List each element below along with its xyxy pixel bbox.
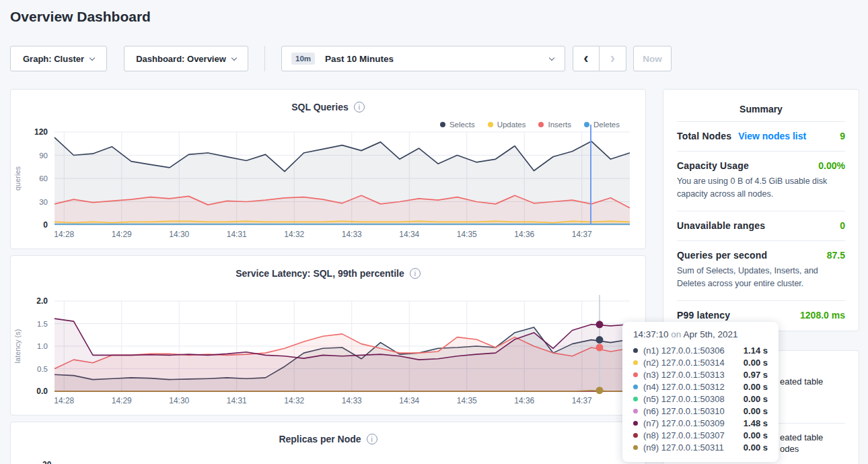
qps-label: Queries per second — [677, 250, 767, 261]
tooltip-node-row: (n6) 127.0.0.1:503100.00 s — [633, 405, 768, 417]
unavailable-ranges-value: 0 — [840, 220, 845, 231]
event-item-fragment[interactable]: eated table — [780, 432, 823, 442]
chevron-down-icon — [549, 55, 554, 60]
service-latency-plot[interactable]: 0.00.51.01.52.014:2814:2914:3014:3114:32… — [11, 256, 647, 416]
dashboard-dropdown-label: Dashboard: Overview — [136, 54, 226, 64]
svg-text:0.0: 0.0 — [36, 387, 48, 396]
tooltip-date: Apr 5th, 2021 — [683, 329, 737, 339]
now-button[interactable]: Now — [633, 46, 672, 71]
svg-text:14:35: 14:35 — [457, 230, 477, 239]
node-address: (n8) 127.0.0.1:50307 — [643, 430, 725, 440]
tooltip-timestamp: 14:37:10 on Apr 5th, 2021 — [633, 329, 768, 339]
svg-text:queries: queries — [13, 166, 22, 191]
node-latency-value: 0.00 s — [744, 430, 768, 440]
qps-desc: Sum of Selects, Updates, Inserts, and De… — [677, 265, 845, 291]
sql-queries-chart-card: SQL Queries i SelectsUpdatesInsertsDelet… — [10, 89, 646, 249]
time-range-badge: 10m — [291, 53, 315, 65]
capacity-usage-label: Capacity Usage — [677, 160, 749, 171]
time-range-label: Past 10 Minutes — [325, 54, 394, 64]
event-item-fragment[interactable]: odes — [780, 444, 799, 454]
node-latency-value: 0.00 s — [744, 442, 768, 453]
node-latency-value: 1.14 s — [744, 345, 768, 356]
graph-dropdown[interactable]: Graph: Cluster — [10, 46, 107, 71]
summary-title: Summary — [677, 90, 845, 121]
node-color-dot-icon — [633, 372, 638, 377]
svg-text:14:28: 14:28 — [54, 396, 74, 405]
svg-text:14:32: 14:32 — [284, 396, 304, 405]
svg-text:14:34: 14:34 — [399, 230, 419, 239]
node-address: (n5) 127.0.0.1:50308 — [643, 394, 725, 404]
tooltip-node-row: (n1) 127.0.0.1:503061.14 s — [633, 344, 768, 356]
node-latency-value: 0.00 s — [744, 358, 768, 368]
svg-text:14:37: 14:37 — [572, 396, 592, 405]
node-latency-value: 0.00 s — [744, 406, 768, 416]
time-prev-button[interactable]: ‹ — [573, 46, 600, 71]
node-color-dot-icon — [633, 348, 638, 353]
node-color-dot-icon — [633, 421, 638, 426]
chevron-down-icon — [89, 55, 95, 60]
node-color-dot-icon — [633, 445, 638, 450]
tooltip-node-row: (n2) 127.0.0.1:503140.00 s — [633, 356, 768, 368]
node-latency-value: 0.00 s — [744, 382, 768, 392]
time-range-selector[interactable]: 10m Past 10 Minutes — [281, 46, 565, 71]
tooltip-node-row: (n5) 127.0.0.1:503080.00 s — [633, 393, 768, 405]
node-address: (n3) 127.0.0.1:50313 — [643, 370, 725, 380]
latency-hover-tooltip: 14:37:10 on Apr 5th, 2021 (n1) 127.0.0.1… — [622, 322, 779, 462]
node-color-dot-icon — [633, 397, 638, 401]
node-color-dot-icon — [633, 385, 638, 389]
event-item-fragment[interactable]: eated table — [780, 376, 823, 387]
total-nodes-value: 9 — [840, 131, 845, 141]
svg-text:14:28: 14:28 — [54, 230, 74, 239]
graph-dropdown-label: Graph: Cluster — [23, 54, 84, 64]
tooltip-on: on — [671, 329, 681, 339]
svg-text:14:34: 14:34 — [399, 396, 419, 405]
node-address: (n4) 127.0.0.1:50312 — [643, 382, 725, 392]
svg-text:14:33: 14:33 — [342, 396, 362, 405]
svg-text:14:29: 14:29 — [112, 230, 132, 239]
svg-text:14:31: 14:31 — [227, 396, 247, 405]
replicas-ytick-partial: 30 — [42, 460, 51, 464]
toolbar-divider — [264, 46, 265, 71]
p99-latency-label: P99 latency — [677, 310, 730, 321]
unavailable-ranges-label: Unavailable ranges — [677, 220, 765, 231]
summary-row-total-nodes: Total Nodes View nodes list 9 — [677, 121, 845, 151]
tooltip-node-row: (n9) 127.0.0.1:503110.00 s — [633, 441, 768, 453]
tooltip-time: 14:37:10 — [633, 329, 669, 339]
capacity-usage-value: 0.00% — [818, 160, 845, 171]
svg-text:2.0: 2.0 — [36, 296, 48, 306]
tooltip-node-row: (n7) 127.0.0.1:503091.48 s — [633, 417, 768, 429]
replicas-chart-title: Replicas per Node — [279, 434, 361, 444]
replicas-chart-card: Replicas per Node i 30 — [10, 422, 646, 464]
summary-row-capacity: Capacity Usage 0.00% You are using 0 B o… — [677, 151, 845, 211]
view-nodes-list-link[interactable]: View nodes list — [738, 131, 806, 141]
overview-dashboard-page: Overview Dashboard Graph: Cluster Dashbo… — [0, 0, 868, 464]
info-icon[interactable]: i — [367, 434, 377, 444]
svg-text:14:31: 14:31 — [227, 230, 247, 239]
time-nav-group: ‹ › — [573, 46, 626, 71]
svg-text:14:29: 14:29 — [112, 396, 132, 405]
summary-row-qps: Queries per second 87.5 Sum of Selects, … — [677, 240, 845, 300]
sql-queries-plot[interactable]: 030609012014:2814:2914:3014:3114:3214:33… — [11, 90, 647, 250]
node-address: (n6) 127.0.0.1:50310 — [643, 406, 725, 416]
node-latency-value: 1.48 s — [744, 418, 768, 428]
page-title: Overview Dashboard — [10, 9, 151, 25]
node-color-dot-icon — [633, 433, 638, 438]
svg-text:14:37: 14:37 — [572, 230, 592, 239]
service-latency-chart-card: Service Latency: SQL, 99th percentile i … — [10, 255, 646, 416]
node-address: (n2) 127.0.0.1:50314 — [643, 358, 725, 368]
svg-text:latency (s): latency (s) — [13, 329, 22, 364]
svg-text:14:35: 14:35 — [457, 396, 477, 405]
svg-text:30: 30 — [39, 198, 48, 206]
dashboard-dropdown[interactable]: Dashboard: Overview — [124, 46, 248, 71]
svg-text:14:36: 14:36 — [514, 230, 534, 239]
summary-row-unavailable: Unavailable ranges 0 — [677, 211, 845, 240]
time-next-button[interactable]: › — [600, 46, 626, 71]
svg-text:14:33: 14:33 — [342, 230, 362, 239]
svg-text:0.5: 0.5 — [37, 365, 48, 373]
svg-text:14:32: 14:32 — [284, 230, 304, 239]
node-color-dot-icon — [633, 409, 638, 413]
tooltip-node-rows: (n1) 127.0.0.1:503061.14 s(n2) 127.0.0.1… — [633, 344, 768, 453]
chevron-down-icon — [231, 55, 237, 60]
svg-text:60: 60 — [39, 174, 48, 183]
node-address: (n9) 127.0.0.1:50311 — [643, 442, 724, 453]
